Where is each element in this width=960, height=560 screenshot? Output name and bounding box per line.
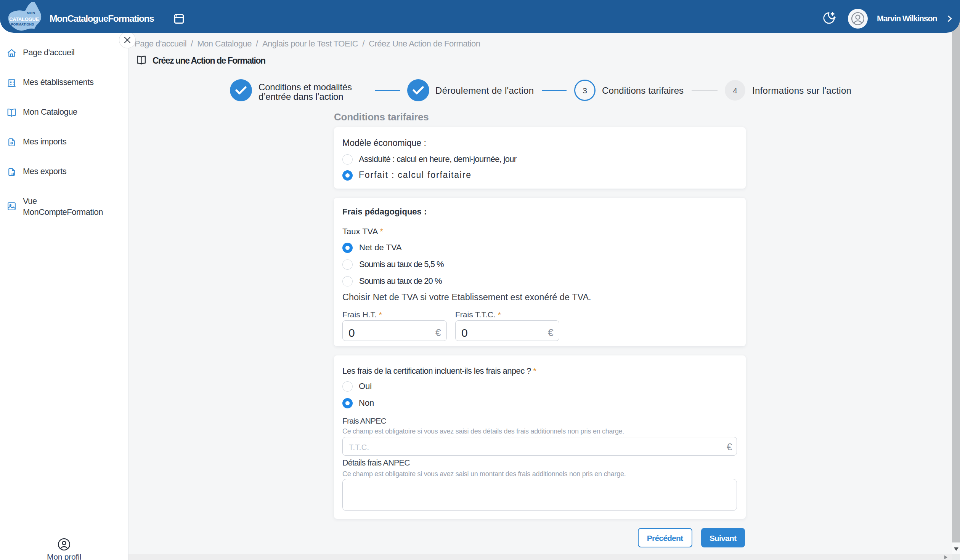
- svg-text:CATALOGUE: CATALOGUE: [9, 16, 39, 22]
- svg-text:FORMATIONS: FORMATIONS: [11, 22, 34, 26]
- svg-text:MON: MON: [27, 11, 35, 15]
